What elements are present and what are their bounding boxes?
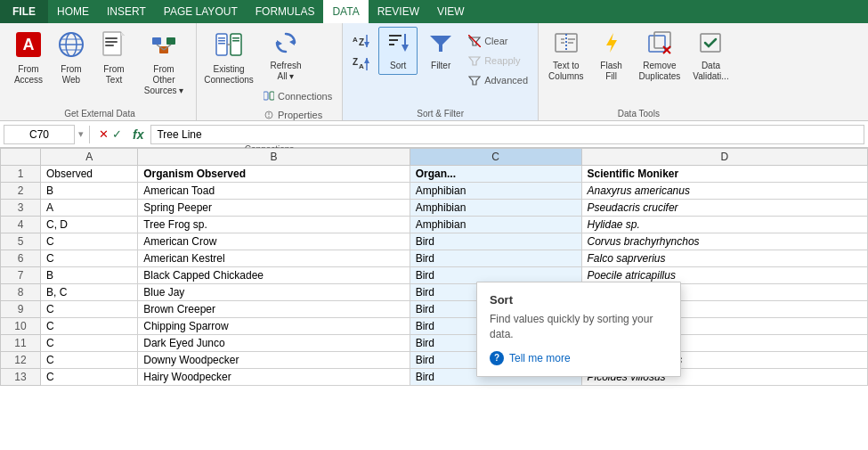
cell-a12[interactable]: C (41, 352, 138, 369)
connections-button[interactable]: Connections (259, 87, 337, 105)
cell-a10[interactable]: C (41, 318, 138, 335)
cell-a5[interactable]: C (41, 233, 138, 250)
cell-d6[interactable]: Falco saprverius (581, 250, 867, 267)
cell-c2[interactable]: Amphibian (410, 183, 581, 200)
cell-d1[interactable]: Scientific Moniker (581, 166, 867, 183)
text-to-columns-button[interactable]: Text toColumns (544, 27, 588, 86)
cell-b13[interactable]: Hairy Woodpecker (138, 369, 410, 386)
clear-button[interactable]: Clear (464, 32, 532, 50)
row-number-3: 3 (1, 200, 41, 217)
svg-text:A: A (23, 36, 35, 53)
cell-b12[interactable]: Downy Woodpecker (138, 352, 410, 369)
data-validation-button[interactable]: DataValidati... (688, 27, 733, 86)
existing-connections-button[interactable]: ExistingConnections (202, 27, 256, 89)
remove-duplicates-button[interactable]: RemoveDuplicates (635, 27, 685, 86)
cell-a7[interactable]: B (41, 267, 138, 284)
col-header-b[interactable]: B (138, 149, 410, 166)
svg-text:A: A (353, 36, 358, 44)
menu-page-layout[interactable]: PAGE LAYOUT (155, 0, 247, 23)
sort-az-button[interactable]: AZ (348, 30, 375, 52)
table-row: 9 C Brown Creeper Bird Certhia americana (1, 301, 868, 318)
ribbon-group-connections: ExistingConnections RefreshAll ▾ Connect… (197, 23, 343, 120)
cell-b9[interactable]: Brown Creeper (138, 301, 410, 318)
svg-rect-20 (218, 40, 225, 42)
properties-small-label: Properties (278, 110, 322, 120)
cell-d3[interactable]: Pseudacris crucifer (581, 200, 867, 217)
menu-formulas[interactable]: FORMULAS (247, 0, 324, 23)
cell-c6[interactable]: Bird (410, 250, 581, 267)
file-tab[interactable]: FILE (0, 0, 48, 23)
cell-d2[interactable]: Anaxyrus americanus (581, 183, 867, 200)
from-access-button[interactable]: A FromAccess (9, 27, 48, 89)
cell-b7[interactable]: Black Capped Chickadee (138, 267, 410, 284)
data-validation-icon (698, 30, 723, 59)
col-header-d[interactable]: D (581, 149, 867, 166)
svg-point-32 (268, 116, 270, 118)
tooltip-link[interactable]: ? Tell me more (490, 351, 668, 365)
sort-filter-label: Sort & Filter (417, 107, 464, 119)
sort-za-button[interactable]: ZA (348, 53, 375, 75)
cell-b2[interactable]: American Toad (138, 183, 410, 200)
menu-home[interactable]: HOME (48, 0, 98, 23)
cell-a11[interactable]: C (41, 335, 138, 352)
filter-button[interactable]: Filter (421, 27, 460, 75)
sort-button[interactable]: Sort (378, 27, 418, 75)
cell-a3[interactable]: A (41, 200, 138, 217)
cell-d4[interactable]: Hylidae sp. (581, 217, 867, 233)
svg-rect-62 (701, 34, 720, 52)
cell-a1[interactable]: Observed (41, 166, 138, 183)
cell-b3[interactable]: Spring Peeper (138, 200, 410, 217)
cancel-icon[interactable]: ✕ (99, 127, 109, 141)
cell-a6[interactable]: C (41, 250, 138, 267)
cell-a13[interactable]: C (41, 369, 138, 386)
cell-c4[interactable]: Amphibian (410, 217, 581, 233)
cell-d5[interactable]: Corvus brachyrhynchos (581, 233, 867, 250)
sort-icon (385, 30, 410, 59)
help-icon: ? (490, 351, 504, 365)
cell-b10[interactable]: Chipping Sparrow (138, 318, 410, 335)
cell-b11[interactable]: Dark Eyed Junco (138, 335, 410, 352)
cell-b1[interactable]: Organism Observed (138, 166, 410, 183)
advanced-button[interactable]: Advanced (464, 71, 532, 89)
from-other-sources-button[interactable]: From OtherSources ▾ (137, 27, 191, 100)
formula-input[interactable] (150, 125, 864, 144)
cell-c1[interactable]: Organ... (410, 166, 581, 183)
from-text-button[interactable]: FromText (94, 27, 134, 89)
cell-reference-input[interactable] (4, 125, 75, 144)
cell-a8[interactable]: B, C (41, 284, 138, 301)
flash-fill-button[interactable]: FlashFill (592, 27, 631, 86)
refresh-all-button[interactable]: RefreshAll ▾ (259, 27, 312, 86)
cell-b8[interactable]: Blue Jay (138, 284, 410, 301)
confirm-icon[interactable]: ✓ (112, 127, 122, 141)
formula-bar: ▾ ✕ ✓ fx (0, 121, 868, 148)
expand-ref-button[interactable]: ▾ (78, 128, 84, 140)
menu-bar: FILE HOME INSERT PAGE LAYOUT FORMULAS DA… (0, 0, 868, 23)
from-web-label: FromWeb (61, 64, 81, 86)
svg-rect-19 (218, 37, 225, 39)
col-header-a[interactable]: A (41, 149, 138, 166)
from-other-sources-label: From OtherSources ▾ (142, 64, 186, 96)
cell-b5[interactable]: American Crow (138, 233, 410, 250)
cell-a9[interactable]: C (41, 301, 138, 318)
from-web-button[interactable]: FromWeb (52, 27, 91, 89)
get-external-data-buttons: A FromAccess FromWeb FromText (9, 27, 191, 107)
cell-a4[interactable]: C, D (41, 217, 138, 233)
fx-button[interactable]: fx (129, 127, 147, 142)
svg-rect-23 (232, 37, 239, 39)
cell-a2[interactable]: B (41, 183, 138, 200)
cell-c3[interactable]: Amphibian (410, 200, 581, 217)
cell-b6[interactable]: American Kestrel (138, 250, 410, 267)
cell-b4[interactable]: Tree Frog sp. (138, 217, 410, 233)
menu-data[interactable]: DATA (323, 0, 368, 23)
svg-marker-27 (277, 40, 282, 46)
menu-view[interactable]: VIEW (428, 0, 474, 23)
properties-button[interactable]: Properties (259, 106, 337, 124)
col-header-c[interactable]: C (410, 149, 581, 166)
from-access-icon: A (14, 30, 43, 62)
reapply-button[interactable]: Reapply (464, 52, 532, 70)
cell-c5[interactable]: Bird (410, 233, 581, 250)
menu-insert[interactable]: INSERT (98, 0, 155, 23)
table-row: 11 C Dark Eyed Junco Bird Junco hyemalis (1, 335, 868, 352)
table-row: 4 C, D Tree Frog sp. Amphibian Hylidae s… (1, 217, 868, 233)
menu-review[interactable]: REVIEW (369, 0, 428, 23)
